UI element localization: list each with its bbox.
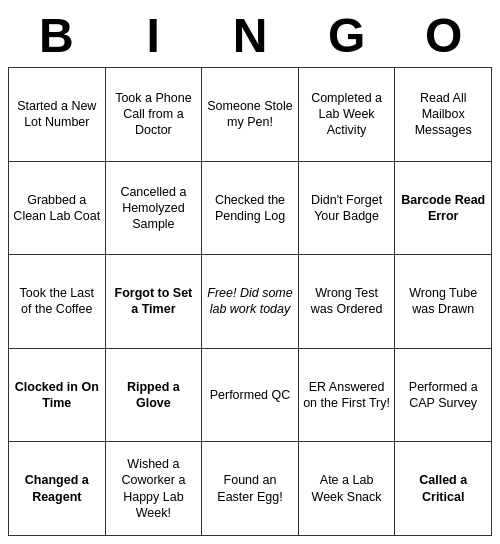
bingo-cell[interactable]: Someone Stole my Pen! <box>202 68 299 162</box>
bingo-cell[interactable]: Wrong Test was Ordered <box>298 255 395 349</box>
bingo-cell[interactable]: Barcode Read Error <box>395 161 492 255</box>
bingo-cell[interactable]: Cancelled a Hemolyzed Sample <box>105 161 202 255</box>
bingo-cell[interactable]: Ate a Lab Week Snack <box>298 442 395 536</box>
bingo-cell[interactable]: Changed a Reagent <box>9 442 106 536</box>
bingo-cell[interactable]: Took a Phone Call from a Doctor <box>105 68 202 162</box>
table-row: Clocked in On TimeRipped a GlovePerforme… <box>9 348 492 442</box>
bingo-cell[interactable]: Clocked in On Time <box>9 348 106 442</box>
bingo-title: BINGO <box>8 8 492 63</box>
bingo-cell[interactable]: Wrong Tube was Drawn <box>395 255 492 349</box>
table-row: Changed a ReagentWished a Coworker a Hap… <box>9 442 492 536</box>
bingo-cell[interactable]: Found an Easter Egg! <box>202 442 299 536</box>
bingo-cell[interactable]: Started a New Lot Number <box>9 68 106 162</box>
table-row: Took the Last of the CoffeeForgot to Set… <box>9 255 492 349</box>
bingo-letter: G <box>298 8 395 63</box>
table-row: Grabbed a Clean Lab CoatCancelled a Hemo… <box>9 161 492 255</box>
bingo-cell[interactable]: Read All Mailbox Messages <box>395 68 492 162</box>
bingo-cell[interactable]: Completed a Lab Week Activity <box>298 68 395 162</box>
bingo-cell[interactable]: Free! Did some lab work today <box>202 255 299 349</box>
bingo-grid: Started a New Lot NumberTook a Phone Cal… <box>8 67 492 536</box>
bingo-cell[interactable]: Performed QC <box>202 348 299 442</box>
bingo-cell[interactable]: Didn't Forget Your Badge <box>298 161 395 255</box>
bingo-letter: O <box>395 8 492 63</box>
bingo-cell[interactable]: Ripped a Glove <box>105 348 202 442</box>
bingo-letter: N <box>202 8 299 63</box>
bingo-letter: I <box>105 8 202 63</box>
bingo-cell[interactable]: Checked the Pending Log <box>202 161 299 255</box>
table-row: Started a New Lot NumberTook a Phone Cal… <box>9 68 492 162</box>
bingo-cell[interactable]: Performed a CAP Survey <box>395 348 492 442</box>
bingo-cell[interactable]: Called a Critical <box>395 442 492 536</box>
bingo-cell[interactable]: ER Answered on the First Try! <box>298 348 395 442</box>
bingo-cell[interactable]: Forgot to Set a Timer <box>105 255 202 349</box>
bingo-letter: B <box>8 8 105 63</box>
bingo-cell[interactable]: Grabbed a Clean Lab Coat <box>9 161 106 255</box>
bingo-cell[interactable]: Wished a Coworker a Happy Lab Week! <box>105 442 202 536</box>
bingo-cell[interactable]: Took the Last of the Coffee <box>9 255 106 349</box>
